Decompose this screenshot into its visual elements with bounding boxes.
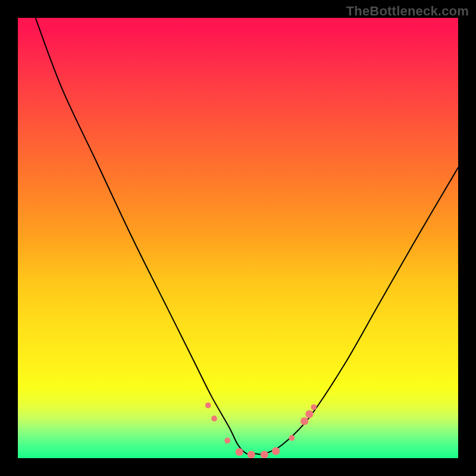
curve-marker [205, 402, 211, 408]
curve-marker [306, 411, 314, 418]
chart-frame: TheBottleneck.com [0, 0, 476, 476]
plot-area [18, 18, 458, 458]
curve-marker [289, 435, 295, 441]
curve-marker [311, 404, 317, 410]
bottleneck-curve [36, 18, 458, 455]
curve-layer [18, 18, 458, 458]
watermark-text: TheBottleneck.com [346, 4, 469, 19]
curve-marker [272, 447, 280, 455]
curve-marker [300, 417, 308, 425]
curve-marker [236, 448, 243, 456]
curve-marker [261, 451, 268, 458]
curve-marker [224, 438, 230, 444]
curve-marker [248, 451, 255, 458]
curve-marker [211, 416, 217, 422]
marker-group [205, 402, 317, 458]
